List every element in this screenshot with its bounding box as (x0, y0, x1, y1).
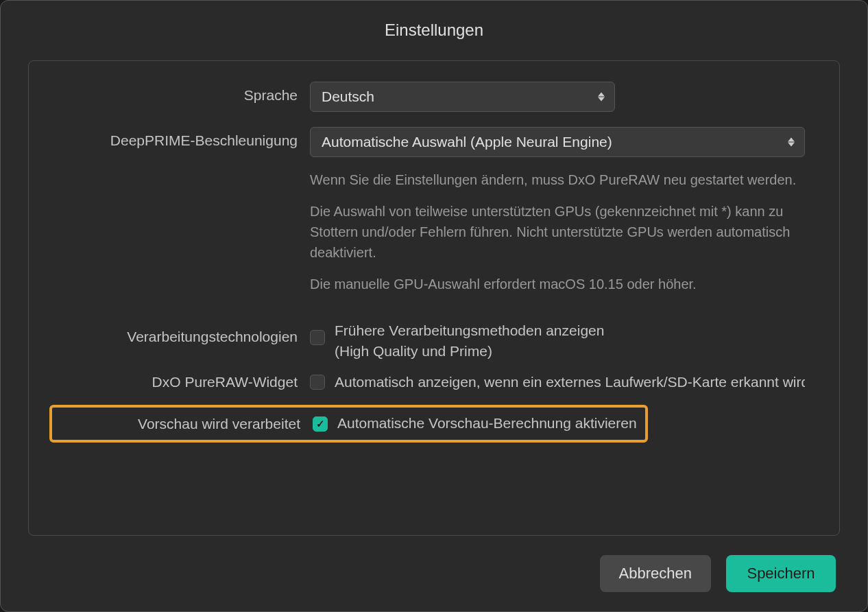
help-gpu-warning: Die Auswahl von teilweise unterstützten … (310, 201, 805, 263)
acceleration-select[interactable]: Automatische Auswahl (Apple Neural Engin… (310, 127, 805, 157)
language-row: Sprache Deutsch (56, 82, 805, 112)
acceleration-label: DeepPRIME-Beschleunigung (56, 127, 310, 149)
acceleration-help: Wenn Sie die Einstellungen ändern, muss … (310, 169, 805, 294)
widget-text: Automatisch anzeigen, wenn ein externes … (335, 372, 805, 392)
dialog-title: Einstellungen (28, 21, 840, 40)
updown-icon (788, 138, 795, 147)
language-label: Sprache (56, 82, 310, 104)
processing-tech-text: Frühere Verarbeitungsmethoden anzeigen (… (335, 320, 604, 362)
settings-dialog: Einstellungen Sprache Deutsch DeepPRIME-… (0, 0, 868, 612)
processing-tech-row: Verarbeitungstechnologien Frühere Verarb… (56, 320, 805, 362)
help-macos: Die manuelle GPU-Auswahl erfordert macOS… (310, 274, 805, 294)
preview-text: Automatische Vorschau-Berechnung aktivie… (337, 413, 637, 434)
widget-checkbox[interactable] (310, 375, 325, 390)
help-restart: Wenn Sie die Einstellungen ändern, muss … (310, 169, 805, 190)
save-button[interactable]: Speichern (726, 555, 836, 592)
language-value: Deutsch (322, 89, 374, 105)
check-icon: ✓ (316, 419, 325, 429)
settings-panel: Sprache Deutsch DeepPRIME-Beschleunigung… (28, 60, 840, 536)
language-select[interactable]: Deutsch (310, 82, 615, 112)
widget-label: DxO PureRAW-Widget (56, 374, 310, 390)
acceleration-row: DeepPRIME-Beschleunigung Automatische Au… (56, 127, 805, 305)
processing-tech-label: Verarbeitungstechnologien (56, 320, 310, 345)
processing-tech-checkbox[interactable] (310, 330, 325, 345)
button-row: Abbrechen Speichern (28, 555, 840, 592)
acceleration-value: Automatische Auswahl (Apple Neural Engin… (322, 134, 612, 150)
widget-row: DxO PureRAW-Widget Automatisch anzeigen,… (56, 372, 805, 392)
preview-highlight: Vorschau wird verarbeitet ✓ Automatische… (49, 405, 648, 442)
cancel-button[interactable]: Abbrechen (600, 555, 711, 592)
updown-icon (598, 93, 605, 102)
preview-checkbox[interactable]: ✓ (313, 416, 328, 432)
preview-label: Vorschau wird verarbeitet (52, 416, 313, 432)
